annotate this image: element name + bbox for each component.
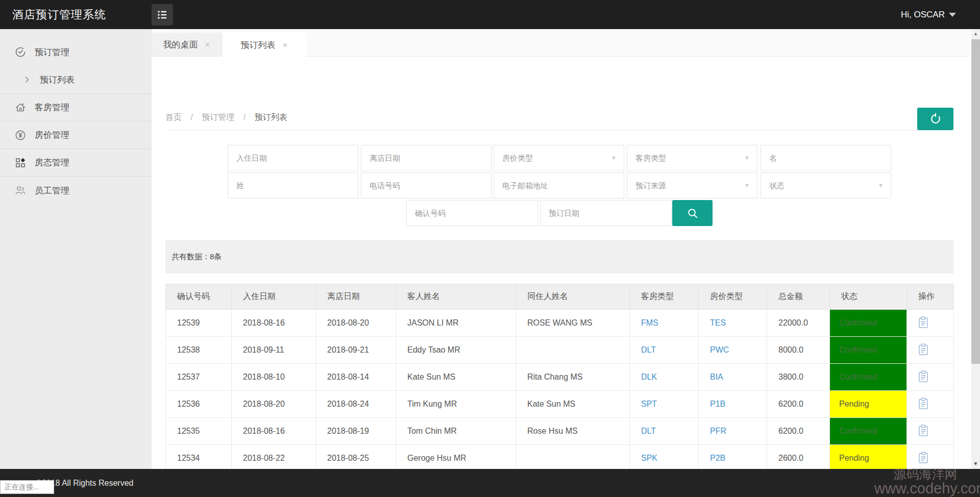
refresh-button[interactable] bbox=[917, 108, 953, 130]
chevron-down-icon: ▼ bbox=[611, 145, 617, 170]
room-type-link[interactable]: DLT bbox=[630, 337, 699, 364]
checkout-date-input[interactable] bbox=[361, 145, 492, 171]
cell-operation bbox=[907, 391, 954, 418]
booking-source-select[interactable]: 预订来源▼ bbox=[627, 172, 757, 198]
confirm-number-input[interactable] bbox=[406, 200, 538, 226]
cell-confirm-no: 12538 bbox=[166, 337, 232, 364]
rate-type-link[interactable]: P2B bbox=[699, 445, 767, 472]
cell-checkin: 2018-08-20 bbox=[232, 391, 316, 418]
table-row: 12535 2018-08-16 2018-08-19 Tom Chin MR … bbox=[166, 418, 954, 445]
detail-button[interactable] bbox=[918, 397, 928, 411]
clipboard-icon bbox=[918, 425, 928, 437]
breadcrumb-home[interactable]: 首页 bbox=[165, 113, 182, 121]
cell-checkout: 2018-08-19 bbox=[316, 418, 396, 445]
checkin-date-input[interactable] bbox=[228, 145, 358, 171]
cell-checkout: 2018-08-24 bbox=[316, 391, 396, 418]
detail-button[interactable] bbox=[918, 370, 928, 384]
detail-button[interactable] bbox=[918, 343, 928, 357]
scrollbar[interactable]: ▲ ▼ bbox=[971, 29, 980, 469]
sidebar-item-label: 预订列表 bbox=[40, 74, 75, 86]
grid-status-icon bbox=[14, 157, 27, 169]
cell-operation bbox=[907, 310, 954, 337]
room-type-link[interactable]: DLK bbox=[630, 364, 699, 391]
status-badge: Confirmed bbox=[830, 364, 906, 390]
search-button[interactable] bbox=[672, 200, 713, 226]
rate-type-link[interactable]: TES bbox=[699, 310, 767, 337]
connection-status-tooltip: 正在连接... bbox=[0, 480, 54, 494]
close-icon[interactable]: × bbox=[283, 41, 288, 49]
rate-type-select[interactable]: 房价类型▼ bbox=[494, 145, 624, 171]
cell-checkout: 2018-08-20 bbox=[316, 310, 396, 337]
watermark-site-name: 源码海洋网 bbox=[874, 467, 976, 481]
phone-input[interactable] bbox=[361, 172, 492, 198]
col-amount: 总金额 bbox=[767, 284, 830, 310]
cell-amount: 6200.0 bbox=[767, 391, 830, 418]
watermark: 源码海洋网 www.codehy.com bbox=[874, 467, 976, 496]
rate-type-link[interactable]: PWC bbox=[699, 337, 767, 364]
cell-status: Confirmed bbox=[830, 310, 907, 337]
sidebar-item-staff-mgmt[interactable]: 员工管理 bbox=[0, 177, 152, 204]
email-input[interactable] bbox=[494, 172, 624, 198]
cell-companion: Kate Sun MS bbox=[516, 391, 630, 418]
detail-button[interactable] bbox=[918, 425, 928, 438]
rate-type-link[interactable]: BIA bbox=[699, 364, 767, 391]
rate-type-link[interactable]: P1B bbox=[699, 391, 767, 418]
breadcrumb-section[interactable]: 预订管理 bbox=[202, 113, 234, 121]
cell-operation bbox=[907, 364, 954, 391]
chevron-down-icon: ▼ bbox=[744, 145, 750, 170]
close-icon[interactable]: × bbox=[205, 40, 210, 49]
room-type-link[interactable]: SPK bbox=[630, 445, 699, 472]
cell-confirm-no: 12537 bbox=[166, 364, 232, 391]
sidebar-item-room-mgmt[interactable]: 客房管理 bbox=[0, 94, 152, 121]
breadcrumb-row: 首页 / 预订管理 / 预订列表 bbox=[165, 105, 953, 131]
sidebar-item-roomstatus-mgmt[interactable]: 房态管理 bbox=[0, 149, 152, 177]
table-row: 12539 2018-08-16 2018-08-20 JASON LI MR … bbox=[166, 310, 954, 337]
table-row: 12538 2018-09-11 2018-09-21 Eddy Tsao MR… bbox=[166, 337, 954, 364]
tab-reservation-list[interactable]: 预订列表 × bbox=[222, 33, 306, 57]
cell-checkin: 2018-08-16 bbox=[232, 310, 316, 337]
detail-button[interactable] bbox=[918, 316, 928, 330]
table-row: 12534 2018-08-22 2018-08-25 Geroge Hsu M… bbox=[166, 445, 954, 472]
room-type-select[interactable]: 客房类型▼ bbox=[627, 145, 757, 171]
col-room-type: 客房类型 bbox=[630, 284, 699, 310]
detail-button[interactable] bbox=[918, 452, 928, 465]
cell-guest: Kate Sun MS bbox=[396, 364, 516, 391]
user-menu[interactable]: Hi, OSCAR bbox=[901, 0, 956, 29]
app-header: 酒店预订管理系统 Hi, OSCAR bbox=[0, 0, 980, 29]
user-greeting: Hi, OSCAR bbox=[901, 10, 945, 20]
col-operation: 操作 bbox=[907, 284, 954, 310]
tab-my-desktop[interactable]: 我的桌面 × bbox=[152, 33, 222, 56]
cell-guest: Tom Chin MR bbox=[396, 418, 516, 445]
col-rate-type: 房价类型 bbox=[699, 284, 767, 310]
last-name-input[interactable] bbox=[228, 172, 358, 198]
cell-checkout: 2018-08-14 bbox=[316, 364, 396, 391]
result-count-text: 共有数据：8条 bbox=[172, 252, 222, 261]
clipboard-icon bbox=[918, 397, 928, 410]
rate-type-link[interactable]: PFR bbox=[699, 418, 767, 445]
col-checkout: 离店日期 bbox=[316, 284, 396, 310]
scroll-up-arrow-icon[interactable]: ▲ bbox=[971, 29, 980, 38]
booking-date-input[interactable] bbox=[540, 200, 672, 226]
table-row: 12537 2018-08-10 2018-08-14 Kate Sun MS … bbox=[166, 364, 954, 391]
status-badge: Pending bbox=[830, 391, 906, 417]
room-type-link[interactable]: DLT bbox=[630, 418, 699, 445]
table-row: 12536 2018-08-20 2018-08-24 Tim Kung MR … bbox=[166, 391, 954, 418]
sidebar-item-reservation-list[interactable]: 预订列表 bbox=[0, 66, 152, 93]
tab-label: 预订列表 bbox=[241, 39, 276, 51]
sidebar-item-rate-mgmt[interactable]: 房价管理 bbox=[0, 121, 152, 149]
menu-toggle-button[interactable] bbox=[152, 4, 173, 26]
breadcrumb-separator: / bbox=[243, 113, 246, 121]
tab-label: 我的桌面 bbox=[163, 39, 198, 51]
app-footer: ©2018 All Rights Reserved bbox=[0, 469, 980, 497]
select-placeholder: 房价类型 bbox=[502, 154, 533, 162]
room-type-link[interactable]: SPT bbox=[630, 391, 699, 418]
sidebar-item-reservation-mgmt[interactable]: 预订管理 bbox=[0, 38, 152, 66]
col-companion: 同住人姓名 bbox=[516, 284, 630, 310]
cell-guest: JASON LI MR bbox=[396, 310, 516, 337]
first-name-input[interactable] bbox=[761, 145, 891, 171]
status-select[interactable]: 状态▼ bbox=[761, 172, 891, 198]
cell-confirm-no: 12539 bbox=[166, 310, 232, 337]
cell-status: Confirmed bbox=[830, 337, 907, 364]
room-type-link[interactable]: FMS bbox=[630, 310, 699, 337]
scrollbar-thumb[interactable] bbox=[971, 39, 980, 364]
